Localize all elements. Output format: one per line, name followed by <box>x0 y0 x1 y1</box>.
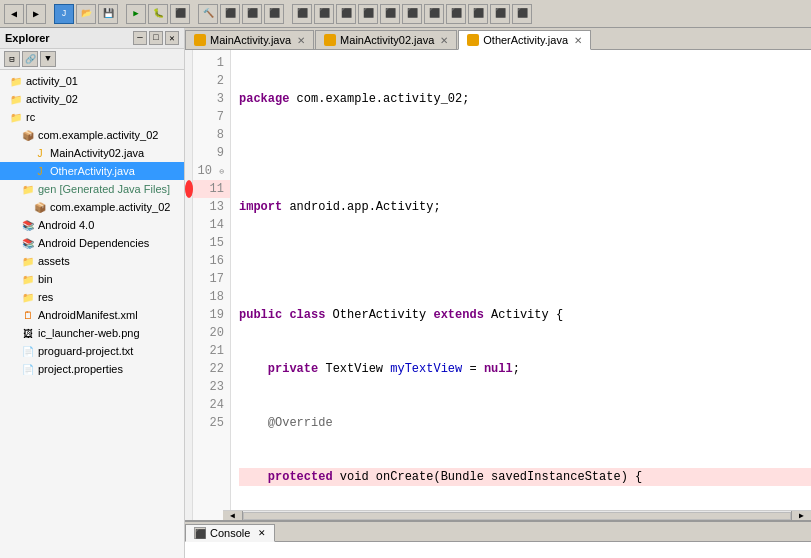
tree-label: res <box>38 291 53 303</box>
toolbar-btn-17[interactable]: ⬛ <box>380 4 400 24</box>
code-line-10: @Override <box>239 414 811 432</box>
xml-file-icon: 🗒 <box>20 307 36 323</box>
folder-icon: 📁 <box>8 109 24 125</box>
tree-label: MainActivity02.java <box>50 147 144 159</box>
properties-file-icon: 📄 <box>20 361 36 377</box>
toolbar-btn-13[interactable]: ⬛ <box>292 4 312 24</box>
sidebar-header: Explorer — □ ✕ <box>0 28 184 49</box>
tree-item-gen[interactable]: 📁 gen [Generated Java Files] <box>0 180 184 198</box>
editor-area: MainActivity.java ✕ MainActivity02.java … <box>185 28 811 558</box>
toolbar: ◀ ▶ J 📂 💾 ▶ 🐛 ⬛ 🔨 ⬛ ⬛ ⬛ ⬛ ⬛ ⬛ ⬛ ⬛ <box>0 0 811 28</box>
sidebar-close-btn[interactable]: ✕ <box>165 31 179 45</box>
tree-label: project.properties <box>38 363 123 375</box>
tree-label: Android Dependencies <box>38 237 149 249</box>
toolbar-btn-14[interactable]: ⬛ <box>314 4 334 24</box>
toolbar-btn-8[interactable]: ⬛ <box>170 4 190 24</box>
line-number: 25 <box>193 414 230 432</box>
code-line-3: import android.app.Activity; <box>239 198 811 216</box>
toolbar-btn-11[interactable]: ⬛ <box>242 4 262 24</box>
tab-close-btn[interactable]: ✕ <box>440 35 448 46</box>
image-file-icon: 🖼 <box>20 325 36 341</box>
sidebar-maximize-btn[interactable]: □ <box>149 31 163 45</box>
tree-item-android-deps[interactable]: 📚 Android Dependencies <box>0 234 184 252</box>
link-editor-btn[interactable]: 🔗 <box>22 51 38 67</box>
line-number: 19 <box>193 306 230 324</box>
tab-otheractivity[interactable]: OtherActivity.java ✕ <box>458 30 591 50</box>
tree-item-rc[interactable]: 📁 rc <box>0 108 184 126</box>
tab-label: OtherActivity.java <box>483 34 568 46</box>
toolbar-btn-20[interactable]: ⬛ <box>446 4 466 24</box>
tree-item-bin[interactable]: 📁 bin <box>0 270 184 288</box>
tree-item-android40[interactable]: 📚 Android 4.0 <box>0 216 184 234</box>
package-icon: 📦 <box>20 127 36 143</box>
tab-mainactivity02[interactable]: MainActivity02.java ✕ <box>315 30 457 49</box>
console-tab-close[interactable]: ✕ <box>258 528 266 538</box>
tree-item-proguard[interactable]: 📄 proguard-project.txt <box>0 342 184 360</box>
horizontal-scrollbar[interactable] <box>243 512 791 520</box>
console-tab[interactable]: ⬛ Console ✕ <box>185 524 275 542</box>
tree-item-res[interactable]: 📁 res <box>0 288 184 306</box>
tree-item-project-properties[interactable]: 📄 project.properties <box>0 360 184 378</box>
toolbar-btn-22[interactable]: ⬛ <box>490 4 510 24</box>
tab-close-btn[interactable]: ✕ <box>297 35 305 46</box>
tree-item-activity01[interactable]: 📁 activity_01 <box>0 72 184 90</box>
toolbar-btn-18[interactable]: ⬛ <box>402 4 422 24</box>
tree-label: rc <box>26 111 35 123</box>
java-tab-icon <box>194 34 206 46</box>
toolbar-btn-9[interactable]: 🔨 <box>198 4 218 24</box>
scroll-left-btn[interactable]: ◀ <box>223 511 243 521</box>
toolbar-btn-12[interactable]: ⬛ <box>264 4 284 24</box>
code-line-9: private TextView myTextView = null; <box>239 360 811 378</box>
toolbar-btn-7[interactable]: 🐛 <box>148 4 168 24</box>
tree-label: activity_01 <box>26 75 78 87</box>
toolbar-btn-10[interactable]: ⬛ <box>220 4 240 24</box>
scroll-right-btn[interactable]: ▶ <box>791 511 811 521</box>
sidebar-menu-btn[interactable]: ▼ <box>40 51 56 67</box>
tree-item-mainactivity02[interactable]: J MainActivity02.java <box>0 144 184 162</box>
tree-item-androidmanifest[interactable]: 🗒 AndroidManifest.xml <box>0 306 184 324</box>
toolbar-btn-5[interactable]: 💾 <box>98 4 118 24</box>
line-number: 3 <box>193 90 230 108</box>
console-tab-label: Console <box>210 527 250 539</box>
toolbar-btn-23[interactable]: ⬛ <box>512 4 532 24</box>
line-number: 1 <box>193 54 230 72</box>
tree-item-assets[interactable]: 📁 assets <box>0 252 184 270</box>
sidebar-toolbar: ⊟ 🔗 ▼ <box>0 49 184 70</box>
code-line-8: public class OtherActivity extends Activ… <box>239 306 811 324</box>
sidebar-controls: — □ ✕ <box>133 31 179 45</box>
tree-label: proguard-project.txt <box>38 345 133 357</box>
toolbar-btn-21[interactable]: ⬛ <box>468 4 488 24</box>
toolbar-btn-1[interactable]: ◀ <box>4 4 24 24</box>
code-content[interactable]: package com.example.activity_02; import … <box>231 50 811 520</box>
line-number: 22 <box>193 360 230 378</box>
toolbar-btn-16[interactable]: ⬛ <box>358 4 378 24</box>
tree-label: assets <box>38 255 70 267</box>
toolbar-btn-2[interactable]: ▶ <box>26 4 46 24</box>
line-number: 9 <box>193 144 230 162</box>
collapse-all-btn[interactable]: ⊟ <box>4 51 20 67</box>
code-editor[interactable]: 1 2 3 7 8 9 10⊖ 11 13 14 15 16 17 18 19 … <box>185 50 811 520</box>
sidebar-minimize-btn[interactable]: — <box>133 31 147 45</box>
toolbar-btn-3[interactable]: J <box>54 4 74 24</box>
toolbar-btn-15[interactable]: ⬛ <box>336 4 356 24</box>
tree-item-activity02[interactable]: 📁 activity_02 <box>0 90 184 108</box>
code-line-7 <box>239 252 811 270</box>
toolbar-btn-19[interactable]: ⬛ <box>424 4 444 24</box>
toolbar-btn-6[interactable]: ▶ <box>126 4 146 24</box>
java-file-icon: J <box>32 145 48 161</box>
tree-item-launcher-web[interactable]: 🖼 ic_launcher-web.png <box>0 324 184 342</box>
toolbar-btn-4[interactable]: 📂 <box>76 4 96 24</box>
line-number: 10⊖ <box>193 162 230 180</box>
java-tab-icon <box>324 34 336 46</box>
line-number: 18 <box>193 288 230 306</box>
tab-close-btn[interactable]: ✕ <box>574 35 582 46</box>
tab-mainactivity[interactable]: MainActivity.java ✕ <box>185 30 314 49</box>
tree-item-package[interactable]: 📦 com.example.activity_02 <box>0 126 184 144</box>
folder-icon: 📁 <box>8 73 24 89</box>
sidebar-tree[interactable]: 📁 activity_01 📁 activity_02 📁 rc 📦 com.e… <box>0 70 184 558</box>
line-number: 11 <box>193 180 230 198</box>
folder-icon: 📁 <box>20 289 36 305</box>
tree-item-gen-package[interactable]: 📦 com.example.activity_02 <box>0 198 184 216</box>
tree-item-otheractivity[interactable]: J OtherActivity.java <box>0 162 184 180</box>
folder-icon: 📁 <box>20 181 36 197</box>
